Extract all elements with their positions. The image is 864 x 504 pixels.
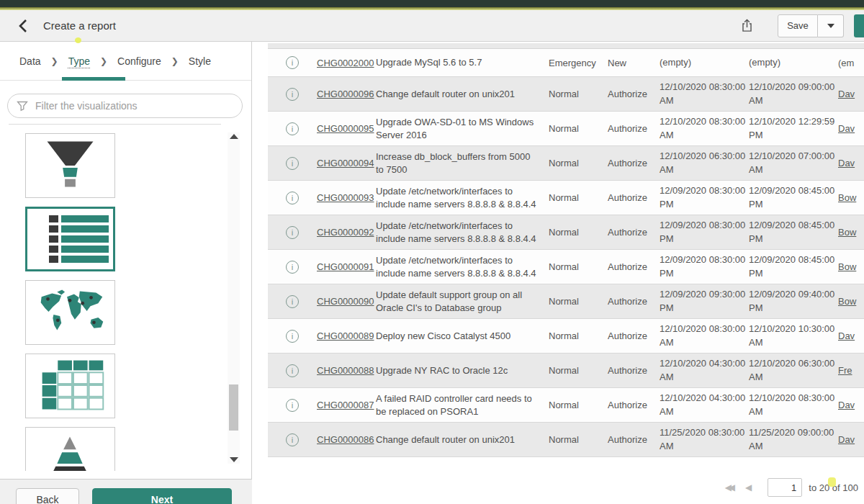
short-description-cell: Update /etc/network/interfaces to includ… [376, 220, 549, 245]
state-cell: Authorize [608, 330, 660, 341]
viz-funnel-thumbnail[interactable] [25, 133, 115, 198]
planned-start-date-cell: 12/09/2020 08:30:00 PM [660, 184, 749, 210]
start-date-line2: AM [660, 371, 749, 384]
scrollbar-thumb[interactable] [229, 384, 238, 431]
viz-map-thumbnail[interactable] [25, 280, 115, 345]
planned-start-date-cell: 12/10/2020 04:30:00 AM [660, 392, 749, 418]
step-configure[interactable]: Configure [117, 55, 161, 67]
end-date-line1: 12/10/2020 06:30:00 [749, 357, 838, 370]
change-number-link[interactable]: CHG0000090 [317, 296, 376, 307]
planned-end-date-cell: 11/25/2020 09:00:00 AM [749, 426, 838, 452]
info-icon[interactable]: i [286, 192, 299, 204]
priority-cell: Normal [549, 296, 608, 307]
info-icon[interactable]: i [286, 157, 299, 170]
planned-start-date-cell: 12/10/2020 08:30:00 AM [660, 115, 749, 141]
step-data[interactable]: Data [19, 55, 41, 67]
end-date-line2: PM [749, 198, 838, 211]
planned-end-date-cell: 12/10/2020 10:30:00 AM [749, 323, 838, 348]
assigned-to-link[interactable]: Dav [838, 89, 864, 99]
info-icon[interactable]: i [286, 330, 299, 343]
state-cell: Authorize [608, 261, 660, 272]
start-date-line1: 12/09/2020 08:30:00 [660, 219, 749, 232]
assigned-to-link[interactable]: Dav [838, 330, 864, 341]
assigned-to-link[interactable]: Bow [838, 296, 864, 307]
start-date-line1: 12/10/2020 08:30:00 [660, 323, 749, 336]
scroll-down-arrow-icon[interactable] [230, 457, 238, 462]
end-date-line1: 12/10/2020 10:30:00 [749, 323, 838, 336]
assigned-to-link[interactable]: Dav [838, 158, 864, 168]
page-number-input[interactable] [768, 478, 802, 497]
assigned-to-link[interactable]: Dav [838, 123, 864, 134]
change-number-link[interactable]: CHG0002000 [317, 58, 376, 68]
info-icon[interactable]: i [286, 399, 299, 412]
viz-list-scrollbar[interactable] [228, 132, 240, 464]
state-cell: Authorize [608, 365, 660, 376]
info-icon[interactable]: i [286, 295, 299, 308]
table-row: i CHG0000090 Update default support grou… [268, 284, 864, 319]
info-icon[interactable]: i [286, 226, 299, 239]
clipped-primary-button[interactable] [854, 14, 864, 37]
table-row: i CHG0000086 Change default router on un… [268, 423, 864, 457]
page-title: Create a report [43, 19, 116, 32]
state-cell: Authorize [608, 434, 660, 445]
state-cell: Authorize [608, 158, 660, 168]
viz-heatmap-thumbnail[interactable] [25, 354, 115, 418]
filter-visualizations-input[interactable] [35, 100, 233, 112]
step-style[interactable]: Style [189, 55, 211, 67]
change-number-link[interactable]: CHG0000095 [317, 123, 376, 134]
change-number-link[interactable]: CHG0000096 [317, 89, 376, 99]
priority-cell: Normal [549, 365, 608, 376]
info-icon[interactable]: i [286, 433, 299, 446]
save-dropdown-button[interactable] [818, 14, 844, 37]
assigned-to-link[interactable]: Fre [838, 365, 864, 376]
short-description-cell: Increase db_block_buffers from 5000 to 7… [376, 150, 549, 176]
viz-list-thumbnail[interactable] [25, 207, 115, 271]
planned-start-date-cell: 12/10/2020 08:30:00 AM [660, 81, 749, 107]
active-step-indicator [62, 77, 125, 81]
assigned-to-link[interactable]: Bow [838, 261, 864, 272]
back-arrow-button[interactable] [17, 17, 32, 35]
short-description-cell: Update /etc/network/interfaces to includ… [376, 254, 549, 279]
table-row: i CHG0000087 A failed RAID controller ca… [268, 388, 864, 423]
state-cell: Authorize [608, 296, 660, 307]
planned-end-date-cell: 12/09/2020 09:40:00 PM [749, 288, 838, 314]
planned-start-date-cell: (empty) [660, 56, 749, 69]
info-icon[interactable]: i [286, 364, 299, 377]
save-button[interactable]: Save [778, 14, 818, 37]
change-number-link[interactable]: CHG0000088 [317, 365, 376, 376]
assigned-to-link[interactable]: Dav [838, 400, 864, 410]
cursor-highlight-artifact [828, 477, 836, 487]
pyramid-chart-icon [26, 428, 114, 471]
info-icon[interactable]: i [286, 56, 299, 69]
assigned-to-link[interactable]: (em [838, 58, 864, 68]
start-date-line2: PM [660, 233, 749, 246]
share-button[interactable] [739, 17, 755, 35]
info-icon[interactable]: i [286, 88, 299, 101]
assigned-to-link[interactable]: Bow [838, 192, 864, 203]
change-number-link[interactable]: CHG0000091 [317, 261, 376, 272]
wizard-footer: Back Next [0, 479, 252, 504]
end-date-line2: AM [749, 371, 838, 384]
assigned-to-link[interactable]: Dav [838, 434, 864, 445]
info-icon[interactable]: i [286, 261, 299, 274]
step-type[interactable]: Type [68, 55, 90, 67]
change-number-link[interactable]: CHG0000092 [317, 227, 376, 238]
assigned-to-link[interactable]: Bow [838, 227, 864, 238]
first-page-button[interactable]: ◀◀ [725, 482, 735, 492]
next-button[interactable]: Next [92, 488, 232, 504]
change-number-link[interactable]: CHG0000087 [317, 400, 376, 410]
short-description-cell: Upgrade MySql 5.6 to 5.7 [376, 56, 549, 69]
previous-page-button[interactable]: ◀ [745, 482, 752, 492]
viz-pyramid-thumbnail[interactable] [25, 427, 115, 471]
topbar: Create a report Save [0, 10, 864, 42]
scroll-up-arrow-icon[interactable] [230, 134, 238, 139]
info-icon[interactable]: i [286, 122, 299, 135]
change-number-link[interactable]: CHG0000089 [317, 330, 376, 341]
change-number-link[interactable]: CHG0000094 [317, 158, 376, 168]
change-number-link[interactable]: CHG0000093 [317, 192, 376, 203]
back-button[interactable]: Back [16, 488, 79, 504]
table-row: i CHG0000089 Deploy new Cisco Catalyst 4… [268, 319, 864, 354]
end-date-line1: 12/10/2020 12:29:59 [749, 115, 838, 128]
change-number-link[interactable]: CHG0000086 [317, 434, 376, 445]
start-date-line1: 11/25/2020 08:30:00 [660, 426, 749, 439]
